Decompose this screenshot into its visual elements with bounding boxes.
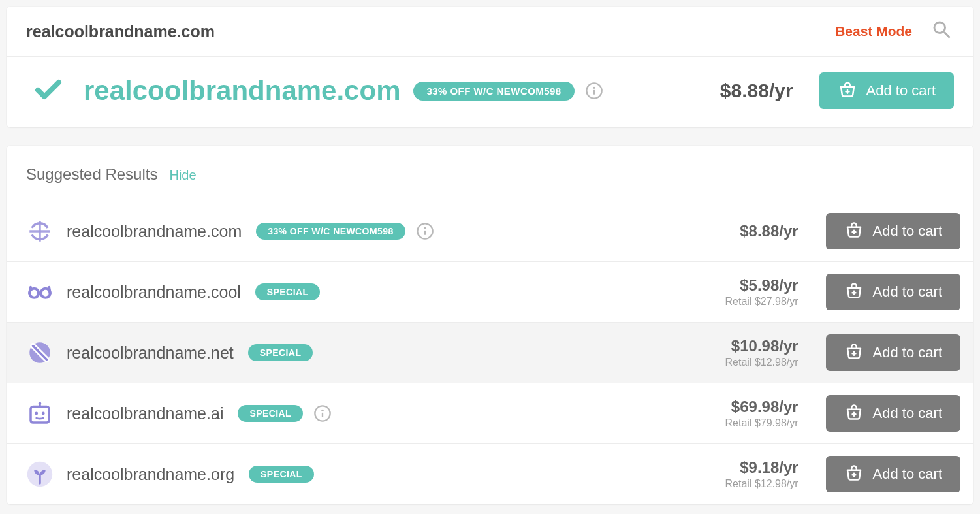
suggested-list: realcoolbrandname.com33% OFF W/C NEWCOM5…	[7, 201, 973, 504]
main-price: $8.88/yr	[720, 80, 793, 102]
badge: SPECIAL	[238, 405, 303, 422]
list-item: realcoolbrandname.orgSPECIAL$9.18/yrReta…	[7, 444, 973, 504]
badge: SPECIAL	[248, 344, 313, 361]
price-col: $69.98/yrRetail $79.98/yr	[694, 398, 798, 429]
add-to-cart-button[interactable]: Add to cart	[826, 334, 960, 371]
add-to-cart-button[interactable]: Add to cart	[826, 274, 960, 310]
search-card: Beast Mode realcoolbrandname.com 33% OFF…	[7, 7, 973, 127]
price: $5.98/yr	[694, 276, 798, 295]
price-col: $5.98/yrRetail $27.98/yr	[694, 276, 798, 308]
globe-icon	[26, 217, 54, 245]
cta-label: Add to cart	[873, 344, 942, 361]
retail-price: Retail $27.98/yr	[694, 296, 798, 308]
domain-name: realcoolbrandname.ai	[67, 404, 223, 423]
domain-name: realcoolbrandname.com	[67, 222, 242, 241]
robot-icon	[26, 400, 54, 427]
badge: 33% OFF W/C NEWCOM598	[256, 223, 405, 240]
suggested-header: Suggested Results Hide	[7, 146, 973, 201]
add-to-cart-button[interactable]: Add to cart	[826, 395, 960, 432]
main-result-row: realcoolbrandname.com 33% OFF W/C NEWCOM…	[7, 57, 973, 127]
check-icon	[33, 74, 64, 108]
cta-label: Add to cart	[873, 466, 942, 483]
domain-name: realcoolbrandname.cool	[67, 283, 241, 302]
main-domain: realcoolbrandname.com	[84, 75, 400, 106]
badge: SPECIAL	[249, 466, 314, 483]
info-icon[interactable]	[313, 404, 332, 423]
price-col: $10.98/yrRetail $12.98/yr	[694, 337, 798, 368]
retail-price: Retail $12.98/yr	[694, 357, 798, 368]
info-icon[interactable]	[416, 222, 434, 240]
suggested-card: Suggested Results Hide realcoolbrandname…	[7, 146, 973, 504]
add-to-cart-button[interactable]: Add to cart	[826, 213, 960, 249]
retail-price: Retail $12.98/yr	[694, 478, 798, 490]
cta-label: Add to cart	[873, 283, 942, 300]
beast-mode-link[interactable]: Beast Mode	[835, 24, 912, 39]
add-to-cart-button[interactable]: Add to cart	[819, 72, 954, 109]
planet-icon	[26, 339, 54, 366]
badge: SPECIAL	[255, 283, 321, 300]
add-to-cart-button[interactable]: Add to cart	[826, 456, 960, 492]
search-bar: Beast Mode	[7, 7, 973, 57]
suggested-title: Suggested Results	[26, 165, 157, 184]
retail-price: Retail $79.98/yr	[694, 417, 798, 429]
cta-label: Add to cart	[866, 82, 936, 99]
domain-name: realcoolbrandname.org	[67, 465, 234, 484]
price-col: $9.18/yrRetail $12.98/yr	[694, 458, 798, 490]
list-item: realcoolbrandname.com33% OFF W/C NEWCOM5…	[7, 201, 973, 262]
svg-rect-2	[593, 90, 594, 95]
list-item: realcoolbrandname.coolSPECIAL$5.98/yrRet…	[7, 262, 973, 323]
price: $8.88/yr	[694, 222, 798, 240]
svg-point-1	[593, 87, 595, 89]
price: $10.98/yr	[694, 337, 798, 355]
search-icon[interactable]	[930, 18, 954, 44]
domain-name: realcoolbrandname.net	[67, 344, 234, 362]
price: $9.18/yr	[694, 458, 798, 477]
search-input[interactable]	[26, 22, 835, 41]
glasses-icon	[26, 278, 54, 306]
list-item: realcoolbrandname.netSPECIAL$10.98/yrRet…	[7, 323, 973, 383]
cta-label: Add to cart	[873, 223, 942, 240]
hide-link[interactable]: Hide	[169, 168, 196, 183]
cta-label: Add to cart	[873, 405, 942, 422]
info-icon[interactable]	[585, 82, 603, 100]
sprout-icon	[26, 460, 54, 488]
promo-badge: 33% OFF W/C NEWCOM598	[413, 82, 574, 101]
price-col: $8.88/yr	[694, 222, 798, 240]
price: $69.98/yr	[694, 398, 798, 416]
list-item: realcoolbrandname.aiSPECIAL$69.98/yrReta…	[7, 383, 973, 444]
